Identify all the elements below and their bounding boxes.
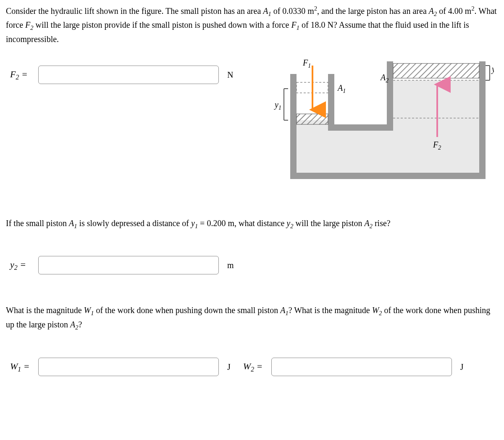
svg-rect-8 <box>290 173 486 179</box>
var-A2: A2 <box>429 6 437 16</box>
text: , and the large piston has an area <box>317 6 429 16</box>
svg-rect-10 <box>328 74 334 131</box>
fig-y2-label: y2 <box>491 64 494 75</box>
text: Consider the hydraulic lift shown in the… <box>6 6 263 16</box>
problem-statement: Consider the hydraulic lift shown in the… <box>6 4 498 45</box>
w1-label: W1 = <box>10 359 33 374</box>
svg-rect-9 <box>479 61 486 179</box>
w2-unit: J <box>460 361 464 373</box>
fig-f1-label: F1 <box>302 58 311 69</box>
f2-input[interactable] <box>38 66 219 84</box>
fig-a1-label: A1 <box>337 83 346 94</box>
svg-rect-13 <box>297 114 328 124</box>
text: of 0.0330 m <box>271 6 314 16</box>
f2-label: F2 = <box>10 67 33 82</box>
text: will the large piston provide if the sma… <box>34 20 291 29</box>
hydraulic-lift-figure: y1 y2 <box>267 57 494 192</box>
var-F1: F1 <box>291 20 299 29</box>
part2-text: If the small piston A1 is slowly depress… <box>6 217 498 231</box>
part3-text: What is the magnitude W1 of the work don… <box>6 304 498 332</box>
f2-unit: N <box>227 69 233 81</box>
svg-rect-12 <box>387 61 393 131</box>
y2-label: y2 = <box>10 258 33 273</box>
fig-y1-label: y1 <box>274 100 281 111</box>
svg-rect-7 <box>290 74 297 179</box>
svg-rect-11 <box>328 124 393 131</box>
exp: 2 <box>471 5 474 12</box>
w2-input[interactable] <box>271 358 452 376</box>
y2-input[interactable] <box>38 256 219 274</box>
var-A1: A1 <box>263 6 271 16</box>
text: of 4.00 m <box>437 6 471 16</box>
var-F2: F2 <box>25 20 33 29</box>
svg-rect-15 <box>393 63 479 78</box>
w2-label: W2 = <box>243 359 266 374</box>
w1-unit: J <box>227 361 231 373</box>
y2-unit: m <box>227 259 234 271</box>
w1-input[interactable] <box>38 358 219 376</box>
